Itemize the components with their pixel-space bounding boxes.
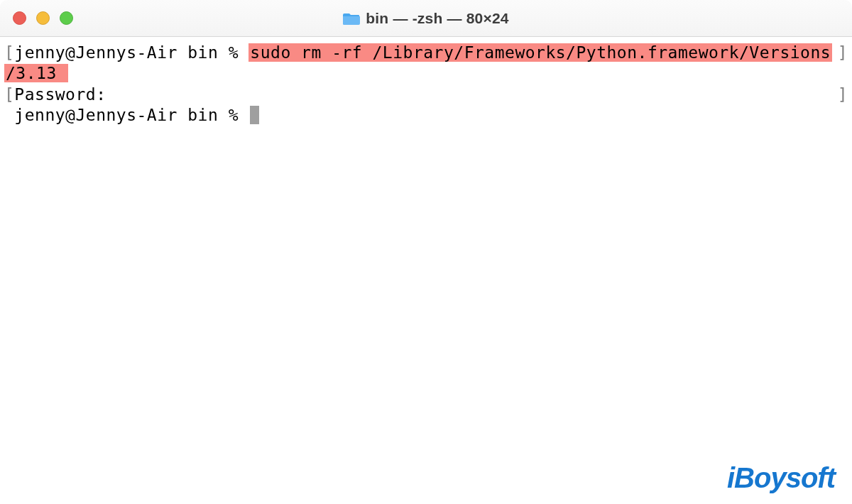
terminal-cursor: [250, 106, 259, 124]
terminal-content[interactable]: [jenny@Jennys-Air bin % sudo rm -rf /Lib…: [0, 37, 852, 132]
terminal-line-2: /3.13: [4, 63, 848, 84]
password-prompt: Password:: [14, 85, 106, 104]
prompt-text: jenny@Jennys-Air bin %: [14, 106, 248, 124]
prompt-bracket-left: [: [4, 43, 14, 62]
folder-icon: [343, 11, 360, 26]
prompt-bracket-right: ]: [838, 43, 848, 63]
minimize-button[interactable]: [36, 11, 50, 25]
terminal-line-4: jenny@Jennys-Air bin %: [4, 105, 848, 126]
watermark-logo: iBoysoft: [727, 462, 835, 494]
prompt-bracket-left: [: [4, 85, 14, 104]
terminal-line-1: [jenny@Jennys-Air bin % sudo rm -rf /Lib…: [4, 43, 848, 63]
watermark-text: iBoysoft: [727, 462, 835, 493]
close-button[interactable]: [13, 11, 26, 25]
highlighted-command-part1: sudo rm -rf /Library/Frameworks/Python.f…: [248, 43, 832, 62]
terminal-line-3: [Password:]: [4, 84, 848, 105]
traffic-lights: [13, 11, 73, 25]
zoom-button[interactable]: [60, 11, 73, 25]
prompt-text: jenny@Jennys-Air bin %: [14, 43, 248, 62]
window-titlebar: bin — -zsh — 80×24: [0, 0, 852, 37]
window-title: bin — -zsh — 80×24: [366, 10, 508, 27]
highlighted-command-part2: /3.13: [4, 64, 68, 82]
prompt-bracket-right: ]: [838, 84, 848, 105]
title-wrap: bin — -zsh — 80×24: [0, 10, 852, 27]
